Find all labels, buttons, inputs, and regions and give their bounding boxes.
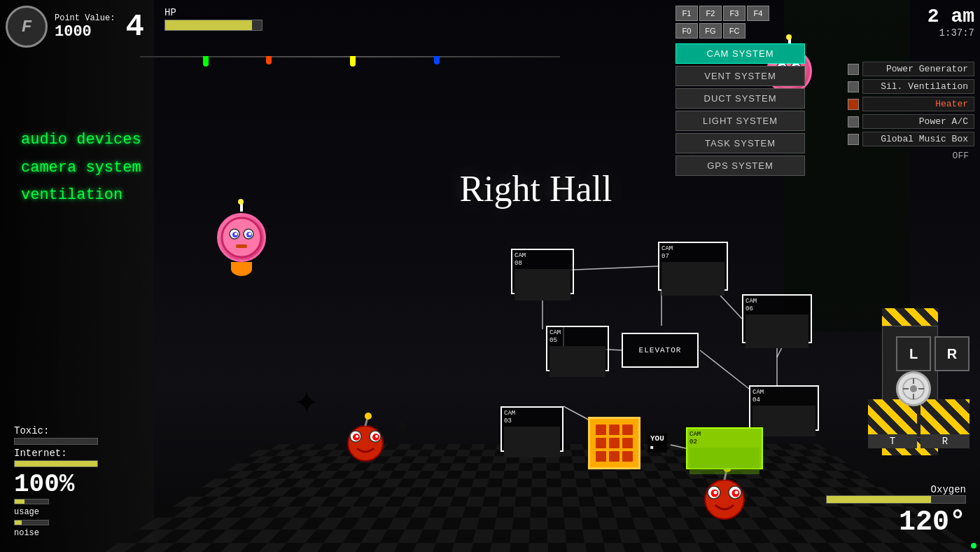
- cam-05-label: CAM05: [550, 329, 606, 345]
- fkey-f2[interactable]: F2: [699, 6, 722, 21]
- power-generator-dot: [848, 64, 859, 75]
- lr-navigation: L R: [896, 336, 969, 371]
- svg-point-0: [222, 218, 261, 257]
- player-dot: [609, 425, 620, 435]
- noise-bar: [14, 520, 49, 525]
- player-icon: F: [6, 6, 48, 48]
- task-system-button[interactable]: TASK SYSTEM: [676, 133, 805, 153]
- cam-node-05[interactable]: CAM05: [546, 326, 609, 371]
- hp-bar-fill: [165, 20, 252, 30]
- cam-node-06[interactable]: CAM06: [742, 294, 812, 343]
- svg-point-24: [365, 413, 372, 420]
- cam-07-feed: [662, 262, 724, 296]
- right-side-panel: Power Generator Sil. Ventilation Heater …: [848, 62, 974, 162]
- cam-08-feed: [514, 269, 570, 301]
- t-button[interactable]: T: [868, 399, 917, 448]
- oxygen-bar-fill: [827, 496, 931, 503]
- vent-system-button[interactable]: VENT SYSTEM: [676, 66, 805, 86]
- svg-point-5: [234, 233, 237, 235]
- internet-bar-fill: [15, 461, 97, 467]
- status-indicator: [971, 543, 976, 548]
- cam-02-label: CAM02: [690, 431, 760, 446]
- r-button[interactable]: R: [920, 399, 969, 448]
- duct-system-button[interactable]: DUCT SYSTEM: [676, 88, 805, 109]
- location-name: Right Hall: [459, 169, 612, 209]
- oxygen-label: Oxygen: [826, 484, 966, 495]
- global-music-box-item: Global Music Box: [848, 132, 974, 146]
- audio-devices-label: audio devices: [21, 126, 141, 154]
- cam-03-feed: [504, 427, 560, 457]
- sil-ventilation-label: Sil. Ventilation: [862, 79, 974, 94]
- left-arrow-button[interactable]: L: [896, 336, 931, 371]
- fkey-fg[interactable]: FG: [699, 23, 722, 39]
- heater-label: Heater: [862, 97, 974, 111]
- internet-label: Internet:: [14, 448, 98, 459]
- fkey-fc[interactable]: FC: [723, 23, 746, 39]
- function-keys-row2: F0 FG FC: [676, 23, 805, 39]
- cam-node-07[interactable]: CAM07: [658, 242, 728, 291]
- bottom-stats: Toxic: Internet: 100% usage noise: [14, 425, 98, 538]
- cam-06-label: CAM06: [746, 298, 808, 313]
- bottom-right-stats: Oxygen 120°: [826, 484, 966, 538]
- clock-display: 2 am 1:37:7: [927, 6, 974, 39]
- right-arrow-button[interactable]: R: [934, 336, 969, 371]
- ventilation-label: ventilation: [21, 181, 141, 209]
- player-dot: [596, 451, 606, 462]
- degrees-display: 120°: [826, 506, 966, 538]
- t-label: T: [868, 434, 917, 448]
- hp-bar-background: [164, 20, 262, 31]
- fkey-f3[interactable]: F3: [723, 6, 746, 21]
- elevator-label: ELEVATOR: [639, 346, 682, 354]
- fkey-f1[interactable]: F1: [676, 6, 698, 21]
- hp-bar: HP: [164, 7, 262, 31]
- internet-bar: [14, 460, 98, 467]
- heater-item: Heater: [848, 97, 974, 111]
- heater-dot: [848, 99, 859, 110]
- oxygen-bar: [826, 495, 966, 504]
- usage-bar-fill: [15, 499, 24, 504]
- power-generator-label: Power Generator: [862, 62, 974, 76]
- fkey-f0[interactable]: F0: [676, 23, 698, 39]
- noise-label: noise: [14, 528, 98, 538]
- svg-point-22: [375, 435, 378, 438]
- time-sub: 1:37:7: [939, 27, 974, 39]
- power-ac-dot: [848, 116, 859, 127]
- red-bomb-character-1: [343, 412, 388, 468]
- sil-ventilation-dot: [848, 81, 859, 92]
- cam-07-label: CAM07: [662, 245, 724, 261]
- sil-ventilation-item: Sil. Ventilation: [848, 79, 974, 94]
- gps-system-button[interactable]: GPS SYSTEM: [676, 156, 805, 176]
- time-display: 2 am: [927, 6, 974, 27]
- cam-04-label: CAM04: [752, 389, 816, 404]
- cam-05-feed: [550, 346, 606, 377]
- player-dot: [609, 451, 620, 462]
- cam-node-08[interactable]: CAM08: [511, 249, 574, 294]
- elevator-node[interactable]: ELEVATOR: [622, 333, 699, 368]
- power-generator-item: Power Generator: [848, 62, 974, 76]
- player-dot: [622, 425, 633, 435]
- cam-08-label: CAM08: [514, 252, 570, 268]
- player-dot: [622, 438, 633, 448]
- toxic-label: Toxic:: [14, 425, 98, 436]
- usage-bar: [14, 499, 49, 504]
- off-status: OFF: [848, 149, 974, 162]
- noise-bar-fill: [15, 520, 22, 525]
- you-label: YOU■: [648, 433, 667, 453]
- svg-line-43: [700, 350, 749, 389]
- cam-system-button[interactable]: CAM SYSTEM: [676, 43, 805, 64]
- svg-rect-7: [236, 244, 247, 248]
- scroll-wheel-icon[interactable]: [896, 371, 931, 406]
- svg-point-6: [248, 233, 251, 235]
- off-label: OFF: [947, 149, 974, 163]
- cam-node-04[interactable]: CAM04: [749, 385, 819, 431]
- cam-06-feed: [746, 315, 808, 348]
- svg-point-21: [356, 435, 358, 438]
- player-dot: [622, 451, 633, 462]
- cam-node-02[interactable]: CAM02: [686, 427, 763, 469]
- light-system-button[interactable]: LIGHT SYSTEM: [676, 111, 805, 131]
- system-panel: F1 F2 F3 F4 F0 FG FC CAM SYSTEM VENT SYS…: [676, 6, 805, 176]
- fkey-f4[interactable]: F4: [747, 6, 769, 21]
- internet-percent: 100%: [14, 470, 98, 499]
- cam-node-03[interactable]: CAM03: [500, 406, 564, 452]
- hud-top-left: F Point Value: 1000 4: [6, 6, 144, 48]
